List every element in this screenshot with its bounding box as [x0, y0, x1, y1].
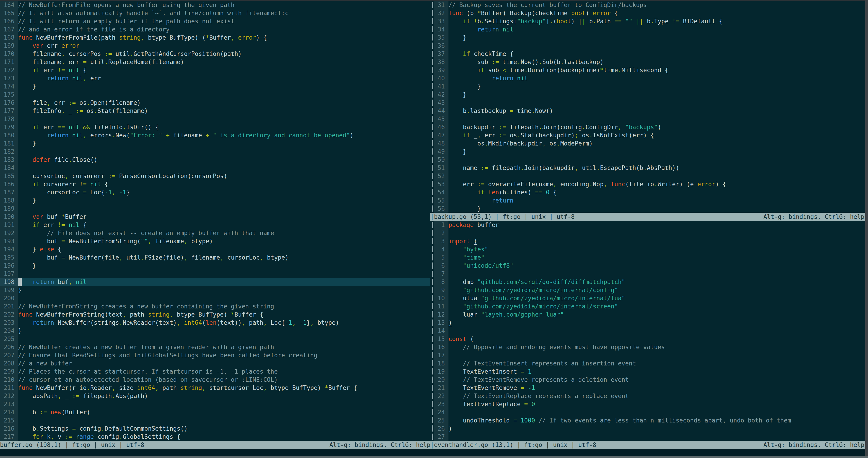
- code-line[interactable]: 38 sub := time.Now().Sub(b.lastbackup): [434, 58, 868, 66]
- code-line[interactable]: 175: [0, 90, 430, 99]
- code-line[interactable]: 25 undoThreshold = 1000 // If two events…: [434, 417, 868, 425]
- code-line[interactable]: 49 }: [434, 147, 868, 156]
- code-line[interactable]: 56 }: [434, 205, 868, 213]
- code-line[interactable]: 189: [0, 205, 430, 213]
- code-line[interactable]: 212 absPath, _ := filepath.Abs(path): [0, 392, 430, 400]
- command-infobar[interactable]: [0, 449, 868, 456]
- code-line[interactable]: 37 if checkTime {: [434, 50, 868, 58]
- code-line[interactable]: 206// NewBuffer creates a new buffer fro…: [0, 343, 430, 351]
- code-line[interactable]: 47 if _, err := os.Stat(backupdir); os.I…: [434, 131, 868, 139]
- code-line[interactable]: 22 // TextEventReplace represents a repl…: [434, 392, 868, 400]
- code-line[interactable]: 35 }: [434, 33, 868, 41]
- code-line[interactable]: 6 "unicode/utf8": [434, 262, 868, 270]
- code-line[interactable]: 171 filename, err = util.ReplaceHome(fil…: [0, 58, 430, 66]
- code-line[interactable]: 10 ulua "github.com/zyedidia/micro/inter…: [434, 294, 868, 302]
- code-line[interactable]: 165// It will also automatically handle …: [0, 9, 430, 17]
- code-line[interactable]: 181 }: [0, 139, 430, 147]
- code-line[interactable]: 15const (: [434, 335, 868, 343]
- code-line[interactable]: 197: [0, 270, 430, 278]
- code-line[interactable]: 51 name := filepath.Join(backupdir, util…: [434, 164, 868, 172]
- code-line[interactable]: 34 return nil: [434, 25, 868, 33]
- code-line[interactable]: 192 // File does not exist -- create an …: [0, 229, 430, 237]
- code-line[interactable]: 26): [434, 425, 868, 433]
- code-line[interactable]: 18 // TextEventInsert represents an inse…: [434, 359, 868, 368]
- code-line[interactable]: 21 TextEventRemove = -1: [434, 384, 868, 392]
- code-line[interactable]: 176 file, err := os.Open(filename): [0, 99, 430, 107]
- code-line[interactable]: 53 err := overwriteFile(name, encoding.N…: [434, 180, 868, 188]
- code-line[interactable]: 33 if !b.Settings["backup"].(bool) || b.…: [434, 17, 868, 25]
- code-line[interactable]: 39 if sub < time.Duration(backupTime)*ti…: [434, 66, 868, 74]
- code-line[interactable]: 44 b.lastbackup = time.Now(): [434, 107, 868, 115]
- code-line[interactable]: 3import (: [434, 237, 868, 245]
- code-line[interactable]: 45: [434, 115, 868, 123]
- code-line[interactable]: 54 if len(b.lines) == 0 {: [434, 188, 868, 196]
- code-line[interactable]: 180 return nil, errors.New("Error: " + f…: [0, 131, 430, 139]
- code-line[interactable]: 194 } else {: [0, 245, 430, 253]
- code-line[interactable]: 196 }: [0, 262, 430, 270]
- code-line[interactable]: 209// Places the cursor at startcursor. …: [0, 368, 430, 376]
- code-line[interactable]: 7: [434, 270, 868, 278]
- code-line[interactable]: 208// a new buffer: [0, 359, 430, 368]
- code-line[interactable]: 24: [434, 408, 868, 417]
- code-line[interactable]: 2: [434, 229, 868, 237]
- code-line[interactable]: 203 return NewBuffer(strings.NewReader(t…: [0, 319, 430, 327]
- code-line[interactable]: 201// NewBufferFromString creates a new …: [0, 302, 430, 311]
- code-line[interactable]: 172 if err != nil {: [0, 66, 430, 74]
- code-line[interactable]: 182: [0, 147, 430, 156]
- code-line[interactable]: 43: [434, 99, 868, 107]
- code-line[interactable]: 207// Ensure that ReadSettings and InitG…: [0, 351, 430, 359]
- code-line[interactable]: 190 var buf *Buffer: [0, 213, 430, 221]
- code-line[interactable]: 36: [434, 41, 868, 50]
- code-line[interactable]: 23 TextEventReplace = 0: [434, 400, 868, 408]
- code-line[interactable]: 184: [0, 164, 430, 172]
- code-line[interactable]: 166// It will return an empty buffer if …: [0, 17, 430, 25]
- code-line[interactable]: 214 b := new(Buffer): [0, 408, 430, 417]
- code-line[interactable]: 193 buf = NewBufferFromString("", filena…: [0, 237, 430, 245]
- code-line[interactable]: 52: [434, 172, 868, 180]
- code-line[interactable]: 164// NewBufferFromFile opens a new buff…: [0, 1, 430, 9]
- code-line[interactable]: 11 "github.com/zyedidia/micro/internal/s…: [434, 302, 868, 311]
- code-line[interactable]: 188 }: [0, 196, 430, 205]
- editor-pane-backup-go[interactable]: 31// Backup saves the current buffer to …: [434, 1, 868, 213]
- code-line[interactable]: 200: [0, 294, 430, 302]
- code-line[interactable]: 14: [434, 327, 868, 335]
- code-line[interactable]: 32func (b *Buffer) Backup(checkTime bool…: [434, 9, 868, 17]
- code-line[interactable]: 46 backupdir := filepath.Join(config.Con…: [434, 123, 868, 131]
- code-line[interactable]: 20 // TextEventRemove represents a delet…: [434, 376, 868, 384]
- code-line[interactable]: 170 filename, cursorPos := util.GetPathA…: [0, 50, 430, 58]
- code-line[interactable]: 173 return nil, err: [0, 74, 430, 82]
- code-line[interactable]: 178: [0, 115, 430, 123]
- code-line[interactable]: 19 TextEventInsert = 1: [434, 368, 868, 376]
- code-line[interactable]: 1package buffer: [434, 221, 868, 229]
- code-line[interactable]: 50: [434, 156, 868, 164]
- code-line[interactable]: 195 buf = NewBuffer(file, util.FSize(fil…: [0, 253, 430, 262]
- code-line[interactable]: 183 defer file.Close(): [0, 156, 430, 164]
- code-line[interactable]: 9 "github.com/zyedidia/micro/internal/co…: [434, 286, 868, 294]
- code-line[interactable]: 191 if err != nil {: [0, 221, 430, 229]
- code-line[interactable]: 187 cursorLoc = Loc{-1, -1}: [0, 188, 430, 196]
- code-line[interactable]: 185 cursorLoc, cursorerr := ParseCursorL…: [0, 172, 430, 180]
- code-line[interactable]: 41 }: [434, 82, 868, 90]
- code-line[interactable]: 174 }: [0, 82, 430, 90]
- code-line[interactable]: 42 }: [434, 90, 868, 99]
- editor-pane-eventhandler-go[interactable]: 1package buffer23import (4 "bytes"5 "tim…: [434, 221, 868, 441]
- code-line[interactable]: 40 return nil: [434, 74, 868, 82]
- code-line[interactable]: 5 "time": [434, 253, 868, 262]
- code-line[interactable]: 210// cursor at an autodetected location…: [0, 376, 430, 384]
- code-line[interactable]: 213: [0, 400, 430, 408]
- code-line[interactable]: 168func NewBufferFromFile(path string, b…: [0, 33, 430, 41]
- code-line[interactable]: 48 os.Mkdir(backupdir, os.ModePerm): [434, 139, 868, 147]
- code-line[interactable]: 186 if cursorerr != nil {: [0, 180, 430, 188]
- code-line[interactable]: 198 return buf, nil: [0, 278, 430, 286]
- code-line[interactable]: 31// Backup saves the current buffer to …: [434, 1, 868, 9]
- code-line[interactable]: 215: [0, 417, 430, 425]
- code-line[interactable]: 4 "bytes": [434, 245, 868, 253]
- code-line[interactable]: 199}: [0, 286, 430, 294]
- code-line[interactable]: 169 var err error: [0, 41, 430, 50]
- code-line[interactable]: 167// and an error if the file is a dire…: [0, 25, 430, 33]
- code-line[interactable]: 205: [0, 335, 430, 343]
- code-line[interactable]: 217 for k, v := range config.GlobalSetti…: [0, 433, 430, 441]
- editor-pane-buffer-go[interactable]: 164// NewBufferFromFile opens a new buff…: [0, 1, 430, 441]
- code-line[interactable]: 211func NewBuffer(r io.Reader, size int6…: [0, 384, 430, 392]
- code-line[interactable]: 17: [434, 351, 868, 359]
